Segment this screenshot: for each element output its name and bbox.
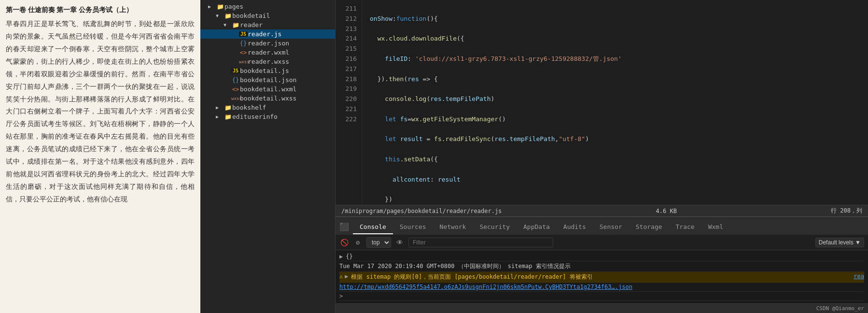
status-bar: /miniprogram/pages/bookdetail/reader/rea… bbox=[336, 205, 868, 216]
console-obj-text: {} bbox=[346, 253, 864, 260]
tree-label-reader-json: reader.json bbox=[248, 40, 335, 47]
tree-label-bookdetail-wxss: bookdetail.wxss bbox=[240, 95, 335, 102]
tree-item-reader-json[interactable]: ▶ {} reader.json bbox=[200, 39, 335, 48]
tree-item-bookdetail-wxss[interactable]: ▶ wxss bookdetail.wxss bbox=[200, 94, 335, 103]
tree-label-bookdetail-js: bookdetail.js bbox=[240, 67, 335, 74]
line-numbers: 211 212 213 214 215 216 217 218 219 220 … bbox=[336, 0, 362, 205]
file-path: /miniprogram/pages/bookdetail/reader/rea… bbox=[341, 208, 502, 214]
line-num-214: 214 bbox=[336, 34, 357, 44]
code-line-213: fileID: 'cloud://xsl1-grzy6.7873-xsl1-gr… bbox=[370, 54, 860, 64]
arrow-reader: ▼ bbox=[224, 22, 231, 28]
tree-item-bookdetail-js[interactable]: ▶ JS bookdetail.js bbox=[200, 66, 335, 75]
code-line-211: onShow:function(){ bbox=[370, 14, 860, 24]
line-num-221: 221 bbox=[336, 104, 357, 114]
line-num-215: 215 bbox=[336, 44, 357, 54]
folder-icon: 📁 bbox=[231, 22, 240, 28]
tree-item-edituserinfo[interactable]: ▶ 📁 edituserinfo bbox=[200, 112, 335, 121]
line-num-216: 216 bbox=[336, 54, 357, 64]
warning-icon: ⚠ bbox=[339, 273, 343, 280]
context-select[interactable]: top bbox=[366, 237, 391, 248]
folder-icon: 📁 bbox=[216, 3, 224, 10]
folder-icon: 📁 bbox=[224, 13, 232, 19]
line-num-220: 220 bbox=[336, 94, 357, 104]
tree-label-reader-js: reader.js bbox=[248, 30, 335, 38]
tab-network[interactable]: Network bbox=[433, 220, 473, 234]
right-container: 211 212 213 214 215 216 217 218 219 220 … bbox=[336, 0, 868, 313]
line-num-213: 213 bbox=[336, 24, 357, 34]
tab-console[interactable]: Console bbox=[353, 220, 393, 234]
position: 行 208，列 bbox=[831, 207, 862, 215]
code-line-214: }).then(res => { bbox=[370, 74, 860, 85]
tab-sensor[interactable]: Sensor bbox=[593, 220, 629, 234]
tree-item-reader-folder[interactable]: ▼ 📁 reader bbox=[200, 20, 335, 29]
tree-item-bookdetail-json[interactable]: ▶ {} bookdetail.json bbox=[200, 75, 335, 85]
tree-item-reader-wxml[interactable]: ▶ <> reader.wxml bbox=[200, 48, 335, 57]
main-container: 第一卷 仕途前奏 第一章 公务员考试（上） 早春四月正是草长莺飞、纸鸢乱舞的时节… bbox=[0, 0, 868, 313]
tab-audits[interactable]: Audits bbox=[557, 220, 593, 234]
devtools-left-icon[interactable]: ⬛ bbox=[339, 222, 349, 231]
tree-label-reader-wxss: reader.wxss bbox=[248, 58, 335, 65]
arrow-pages: ▶ bbox=[208, 4, 216, 9]
chinese-content: 早春四月正是草长莺飞、纸鸢乱舞的时节，到处都是一派欣欣向荣的景象。天气虽然已经转… bbox=[6, 18, 195, 205]
right-link-rea[interactable]: rea bbox=[854, 273, 864, 280]
arrow-bookshelf: ▶ bbox=[216, 105, 224, 110]
tree-label-edituserinfo: edituserinfo bbox=[232, 113, 335, 120]
json-icon: {} bbox=[239, 40, 248, 47]
tree-item-bookshelf[interactable]: ▶ 📁 bookshelf bbox=[200, 103, 335, 112]
csdn-attribution: CSDN @Qianmo_er bbox=[816, 305, 864, 312]
console-line-link: http://tmp/wxdd6564295f5a4147.o6zAJs9usg… bbox=[339, 283, 864, 292]
prompt-text: > bbox=[339, 293, 864, 299]
tree-label-bookshelf: bookshelf bbox=[232, 104, 335, 111]
console-output: ▶ {} Tue Mar 17 2020 20:19:40 GMT+0800 （… bbox=[336, 250, 868, 303]
code-line-215: console.log(res.tempFilePath) bbox=[370, 94, 860, 104]
stop-button[interactable]: ⊘ bbox=[353, 238, 363, 247]
tree-label-reader-wxml: reader.wxml bbox=[248, 49, 335, 56]
warning-text: 根据 sitemap 的规则[0]，当前页面 [pages/bookdetail… bbox=[351, 273, 854, 281]
tree-label-reader: reader bbox=[240, 21, 335, 28]
file-tree-content: ▶ 📁 pages ▼ 📁 bookdetail ▼ 📁 reader bbox=[200, 0, 335, 313]
wxml-icon: <> bbox=[239, 49, 248, 56]
console-line-prompt: > bbox=[339, 292, 864, 301]
left-panel: 第一卷 仕途前奏 第一章 公务员考试（上） 早春四月正是草长莺飞、纸鸢乱舞的时节… bbox=[0, 0, 200, 313]
sitemap-info-text: Tue Mar 17 2020 20:19:40 GMT+0800 （中国标准时… bbox=[339, 262, 864, 270]
arrow-bookdetail: ▼ bbox=[216, 13, 224, 18]
file-tree-panel: ▶ 📁 pages ▼ 📁 bookdetail ▼ 📁 reader bbox=[200, 0, 336, 313]
json-link[interactable]: http://tmp/wxdd6564295f5a4147.o6zAJs9usg… bbox=[339, 284, 632, 290]
code-content[interactable]: onShow:function(){ wx.cloud.downloadFile… bbox=[362, 0, 868, 205]
console-link[interactable]: http://tmp/wxdd6564295f5a4147.o6zAJs9usg… bbox=[339, 284, 864, 290]
chapter-title: 第一卷 仕途前奏 第一章 公务员考试（上） bbox=[6, 4, 195, 16]
filter-input[interactable] bbox=[408, 238, 553, 247]
tab-trace[interactable]: Trace bbox=[669, 220, 701, 234]
line-num-219: 219 bbox=[336, 84, 357, 94]
devtools-panel: ⬛ Console Sources Network Security AppDa… bbox=[336, 216, 868, 313]
console-line-obj: ▶ {} bbox=[339, 252, 864, 261]
tree-item-reader-js[interactable]: ▶ JS reader.js bbox=[200, 29, 335, 39]
folder-icon: 📁 bbox=[224, 114, 232, 120]
tab-sources[interactable]: Sources bbox=[393, 220, 433, 234]
js-icon: JS bbox=[239, 31, 248, 37]
console-line-warning: ⚠ ▶ 根据 sitemap 的规则[0]，当前页面 [pages/bookde… bbox=[339, 272, 864, 283]
console-line-sitemap-info: Tue Mar 17 2020 20:19:40 GMT+0800 （中国标准时… bbox=[339, 261, 864, 272]
default-levels-button[interactable]: Default levels ▼ bbox=[815, 238, 864, 247]
tab-appdata[interactable]: AppData bbox=[517, 220, 557, 234]
tab-wxml[interactable]: Wxml bbox=[701, 220, 730, 234]
line-num-212: 212 bbox=[336, 14, 357, 24]
code-line-212: wx.cloud.downloadFile({ bbox=[370, 34, 860, 44]
tree-item-bookdetail[interactable]: ▼ 📁 bookdetail bbox=[200, 11, 335, 20]
wxml-icon: <> bbox=[231, 86, 240, 93]
clear-console-button[interactable]: 🚫 bbox=[339, 238, 349, 247]
expand-arrow[interactable]: ▶ bbox=[339, 253, 343, 260]
line-num-222: 222 bbox=[336, 114, 357, 125]
file-size: 4.6 KB bbox=[656, 208, 677, 214]
expand-arrow-warning[interactable]: ▶ bbox=[345, 273, 348, 280]
arrow-edituserinfo: ▶ bbox=[216, 114, 224, 119]
tree-item-bookdetail-wxml[interactable]: ▶ <> bookdetail.wxml bbox=[200, 85, 335, 94]
tree-label-bookdetail-wxml: bookdetail.wxml bbox=[240, 85, 335, 93]
editor-area: 211 212 213 214 215 216 217 218 219 220 … bbox=[336, 0, 868, 205]
line-num-217: 217 bbox=[336, 64, 357, 74]
tree-item-reader-wxss[interactable]: ▶ wxss reader.wxss bbox=[200, 57, 335, 66]
tree-item-pages[interactable]: ▶ 📁 pages bbox=[200, 2, 335, 11]
eye-button[interactable]: 👁 bbox=[395, 238, 405, 247]
tab-security[interactable]: Security bbox=[473, 220, 517, 234]
tab-storage[interactable]: Storage bbox=[629, 220, 669, 234]
